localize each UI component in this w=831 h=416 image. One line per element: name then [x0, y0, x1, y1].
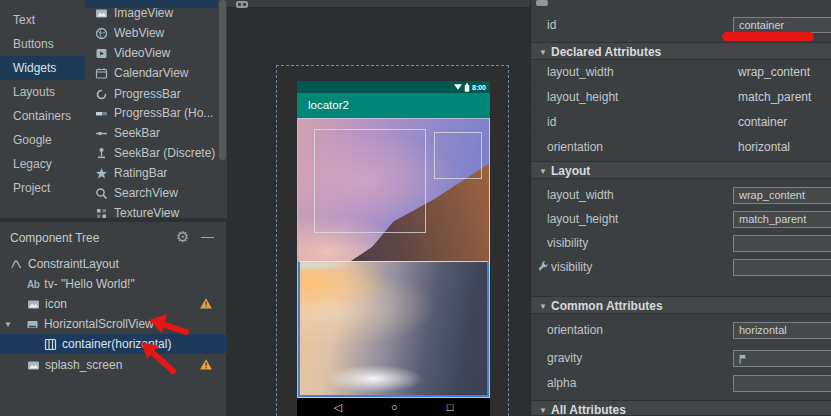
attr-label: visibility: [547, 236, 588, 250]
attr-label: layout_width: [547, 65, 614, 79]
nav-recents-icon[interactable]: □: [447, 402, 454, 413]
widget-item-seekbar-discrete[interactable]: SeekBar (Discrete): [85, 143, 218, 163]
tools-visibility-dropdown[interactable]: [733, 259, 831, 276]
chevron-collapse-icon[interactable]: ▼: [539, 302, 547, 311]
palette-category-layouts[interactable]: Layouts: [0, 80, 85, 104]
widget-item-calendarview[interactable]: CalendarView: [85, 63, 218, 83]
widget-item-progressbar-horizontal[interactable]: ProgressBar (Ho...: [85, 103, 218, 123]
section-all-attributes[interactable]: ▼ All Attributes: [531, 400, 831, 416]
gear-icon[interactable]: ⚙: [176, 228, 189, 246]
widget-item-label: ProgressBar: [114, 87, 181, 101]
layout-width-dropdown[interactable]: wrap_content: [733, 187, 831, 204]
navigation-bar: ◁ ○ □: [297, 398, 490, 416]
nav-back-icon[interactable]: ◁: [334, 402, 342, 413]
section-layout[interactable]: ▼ Layout: [531, 161, 831, 179]
attr-row: orientation horizontal: [531, 318, 831, 343]
tree-item-horizontalscrollview[interactable]: ▼ HorizontalScrollView: [0, 314, 227, 334]
section-declared-attributes[interactable]: ▼ Declared Attributes: [531, 42, 831, 60]
layout-height-dropdown[interactable]: match_parent: [733, 211, 831, 228]
attr-row: layout_width wrap_content: [531, 60, 831, 85]
widget-item-label: WebView: [114, 26, 164, 40]
textview-icon: Ab: [27, 279, 39, 290]
widget-item-label: VideoView: [114, 46, 170, 60]
widget-item-ratingbar[interactable]: RatingBar: [85, 163, 218, 183]
section-common-attributes[interactable]: ▼ Common Attributes: [531, 296, 831, 314]
flag-icon[interactable]: [738, 353, 749, 365]
design-surface[interactable]: 8:00 locator2 ◁ ○ □: [227, 0, 530, 416]
linearlayout-horizontal-icon: [44, 338, 57, 351]
selected-container-outline: [298, 261, 489, 397]
widget-item-videoview[interactable]: VideoView: [85, 43, 218, 63]
warning-icon: [199, 358, 213, 371]
attr-label: gravity: [547, 351, 582, 365]
tree-item-textview[interactable]: Ab tv- "Hello World!": [0, 274, 227, 294]
canvas-toolbar: [227, 0, 530, 8]
attr-value[interactable]: horizontal: [738, 140, 790, 154]
widget-item-searchview[interactable]: SearchView: [85, 183, 218, 203]
android-studio-layout-editor: Text Buttons Widgets Layouts Containers …: [0, 0, 831, 416]
orientation-dropdown[interactable]: horizontal: [733, 322, 831, 339]
attr-value[interactable]: wrap_content: [738, 65, 810, 79]
attr-value[interactable]: match_parent: [738, 90, 811, 104]
widget-item-progressbar[interactable]: ProgressBar: [85, 84, 218, 104]
chevron-collapse-icon[interactable]: ▼: [539, 406, 547, 415]
status-time: 8:00: [472, 84, 486, 91]
palette-category-project[interactable]: Project: [0, 176, 85, 200]
attr-label: id: [547, 115, 556, 129]
background-image-preview[interactable]: [297, 118, 490, 398]
palette-category-list: Text Buttons Widgets Layouts Containers …: [0, 0, 85, 218]
component-tree-title: Component Tree: [10, 231, 99, 245]
imageview-icon: [95, 7, 108, 20]
id-input[interactable]: container: [733, 17, 831, 33]
tree-item-splash-screen[interactable]: splash_screen: [0, 355, 227, 375]
device-icon[interactable]: [236, 1, 248, 8]
searchview-icon: [95, 187, 108, 200]
tree-item-label: container(horizontal): [62, 337, 171, 351]
palette-category-containers[interactable]: Containers: [0, 104, 85, 128]
section-title: Declared Attributes: [551, 45, 661, 59]
attr-value[interactable]: container: [738, 115, 787, 129]
gravity-field[interactable]: [733, 350, 831, 367]
palette-category-widgets[interactable]: Widgets: [0, 56, 85, 80]
widget-item-label: SearchView: [114, 186, 178, 200]
wrench-icon: [537, 260, 549, 272]
palette-panel: Text Buttons Widgets Layouts Containers …: [0, 0, 227, 218]
alpha-field[interactable]: [733, 375, 831, 392]
palette-category-text[interactable]: Text: [0, 8, 85, 32]
attr-label: layout_height: [547, 212, 618, 226]
palette-category-buttons[interactable]: Buttons: [0, 32, 85, 56]
tree-item-container[interactable]: container(horizontal): [0, 334, 227, 354]
widget-item-seekbar[interactable]: SeekBar: [85, 123, 218, 143]
seekbar-discrete-icon: [95, 147, 108, 160]
chevron-collapse-icon[interactable]: ▼: [539, 167, 547, 176]
tree-item-label: icon: [45, 297, 67, 311]
device-preview[interactable]: 8:00 locator2 ◁ ○ □: [297, 81, 490, 416]
palette-scrollbar[interactable]: [218, 0, 227, 218]
attr-row: id container: [531, 110, 831, 135]
palette-widget-list: ImageView WebView VideoView CalendarView…: [85, 0, 218, 218]
component-icon-fragment: [536, 0, 548, 6]
app-title: locator2: [308, 99, 349, 111]
section-title: All Attributes: [551, 403, 626, 416]
scrollbar-thumb[interactable]: [219, 0, 226, 160]
tree-item-icon[interactable]: icon: [0, 294, 227, 314]
minimize-icon[interactable]: —: [201, 229, 214, 244]
widget-item-label: CalendarView: [114, 66, 189, 80]
chevron-collapse-icon[interactable]: ▼: [539, 48, 547, 57]
widget-item-textureview[interactable]: TextureView: [85, 203, 218, 218]
horizontalscrollview-icon: [26, 318, 39, 331]
tree-item-label: ConstraintLayout: [28, 257, 119, 271]
tree-item-constraintlayout[interactable]: ConstraintLayout: [0, 254, 227, 274]
chevron-expand-icon[interactable]: ▼: [4, 320, 12, 329]
palette-category-legacy[interactable]: Legacy: [0, 152, 85, 176]
component-tree-panel: Component Tree ⚙ — ConstraintLayout Ab t…: [0, 218, 227, 416]
attr-row: visibility: [531, 255, 831, 280]
widget-item-webview[interactable]: WebView: [85, 23, 218, 43]
attr-row: layout_height match_parent: [531, 207, 831, 232]
visibility-dropdown[interactable]: [733, 235, 831, 252]
nav-home-icon[interactable]: ○: [391, 402, 398, 413]
widget-item-imageview[interactable]: ImageView: [85, 3, 218, 23]
view-outline-large: [314, 129, 426, 233]
palette-category-google[interactable]: Google: [0, 128, 85, 152]
tree-item-label: tv- "Hello World!": [44, 277, 134, 291]
